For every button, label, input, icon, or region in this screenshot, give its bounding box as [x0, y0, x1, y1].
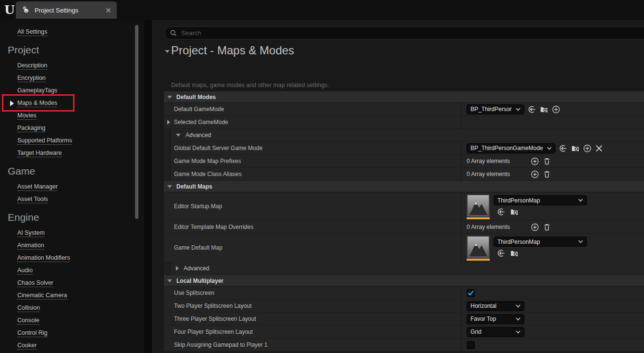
row-label: Game Mode Map Prefixes: [174, 158, 241, 164]
two-player-layout-dropdown[interactable]: Horizontal: [467, 301, 524, 311]
advanced-subsection-collapsed[interactable]: Advanced: [164, 262, 644, 275]
section-title: Default Modes: [176, 94, 216, 101]
sidebar-item-control-rig[interactable]: Control Rig: [17, 329, 48, 337]
section-default-modes[interactable]: Default Modes: [164, 91, 644, 103]
sidebar-item-animation[interactable]: Animation: [17, 242, 44, 250]
row-editor-startup-map: Editor Startup Map: [164, 192, 644, 221]
row-label: Three Player Splitscreen Layout: [174, 315, 256, 322]
chevron-down-icon: [547, 147, 552, 150]
expand-arrow-icon[interactable]: [167, 120, 170, 125]
skip-gamepad-checkbox[interactable]: [467, 341, 475, 349]
sidebar-item-description[interactable]: Description: [17, 62, 48, 70]
row-label: Global Default Server Game Mode: [174, 145, 262, 151]
add-array-element-icon[interactable]: [531, 223, 539, 231]
sidebar-item-supported-platforms[interactable]: Supported Platforms: [17, 137, 72, 145]
settings-sections: Default Modes Default GameMode BP_ThirdP…: [164, 91, 644, 352]
global-server-gamemode-dropdown[interactable]: BP_ThirdPersonGameMode: [467, 143, 556, 153]
checkmark-icon: [468, 290, 474, 296]
section-default-maps[interactable]: Default Maps: [164, 181, 644, 192]
row-editor-template-map-overrides: Editor Template Map Overrides 0 Array el…: [164, 221, 644, 234]
project-settings-tab[interactable]: Project Settings: [16, 1, 117, 19]
level-asset-color-bar: [467, 259, 490, 261]
chevron-down-icon: [578, 199, 583, 202]
section-collapse-icon: [167, 279, 172, 282]
section-collapse-icon: [167, 96, 172, 99]
sidebar-scrollbar[interactable]: [135, 25, 138, 219]
sidebar-item-audio[interactable]: Audio: [17, 267, 33, 275]
section-title: Default Maps: [176, 183, 212, 190]
map-asset-thumbnail[interactable]: [467, 194, 490, 219]
unreal-project-settings-window: U Project Settings All Settings: [0, 0, 644, 353]
row-use-splitscreen: Use Splitscreen: [164, 287, 644, 300]
section-local-multiplayer[interactable]: Local Multiplayer: [164, 275, 644, 287]
sidebar-item-packaging[interactable]: Packaging: [17, 125, 45, 132]
use-selected-asset-icon[interactable]: [528, 105, 536, 113]
use-selected-asset-icon[interactable]: [559, 144, 568, 152]
sidebar-item-gameplaytags[interactable]: GameplayTags: [17, 87, 57, 95]
sidebar-item-animation-modifiers[interactable]: Animation Modifiers: [17, 254, 70, 262]
add-array-element-icon[interactable]: [531, 170, 539, 178]
sidebar-item-console[interactable]: Console: [17, 317, 39, 325]
clear-array-icon[interactable]: [543, 223, 551, 231]
use-selected-asset-icon[interactable]: [497, 249, 506, 257]
clear-array-icon[interactable]: [543, 157, 551, 165]
row-game-mode-map-prefixes: Game Mode Map Prefixes 0 Array elements: [164, 155, 644, 168]
chevron-down-icon: [516, 108, 520, 111]
clear-array-icon[interactable]: [543, 170, 551, 178]
browse-to-asset-icon[interactable]: [510, 249, 519, 257]
advanced-subsection[interactable]: Advanced: [164, 129, 644, 142]
page-subtitle: Default maps, game modes and other map r…: [171, 82, 329, 88]
sidebar-item-ai-system[interactable]: AI System: [17, 229, 45, 237]
browse-to-asset-icon[interactable]: [571, 144, 580, 152]
page-collapse-icon[interactable]: [165, 50, 170, 53]
chevron-down-icon: [516, 304, 520, 308]
chevron-down-icon: [578, 240, 583, 243]
window-tab-bar: U Project Settings: [0, 0, 644, 20]
game-default-map-dropdown[interactable]: ThirdPersonMap: [494, 237, 587, 247]
sidebar-item-maps-and-modes[interactable]: Maps & Modes: [17, 100, 57, 107]
page-title: Project - Maps & Modes: [171, 44, 294, 57]
row-skip-assigning-gamepad: Skip Assigning Gamepad to Player 1: [164, 339, 644, 352]
row-label: Two Player Splitscreen Layout: [174, 303, 251, 309]
sidebar-item-asset-manager[interactable]: Asset Manager: [17, 183, 58, 191]
search-bar[interactable]: [164, 26, 644, 39]
use-splitscreen-checkbox[interactable]: [467, 289, 475, 297]
browse-to-asset-icon[interactable]: [540, 105, 548, 113]
four-player-layout-dropdown[interactable]: Grid: [467, 327, 524, 337]
sidebar-item-chaos-solver[interactable]: Chaos Solver: [17, 279, 53, 287]
sidebar-item-cooker[interactable]: Cooker: [17, 342, 37, 350]
browse-to-asset-icon[interactable]: [510, 207, 519, 216]
default-gamemode-dropdown[interactable]: BP_ThirdPersonGameMode: [467, 104, 524, 114]
sidebar-main-divider: [144, 20, 152, 353]
clear-value-icon[interactable]: [595, 144, 604, 152]
sidebar-item-all-settings[interactable]: All Settings: [17, 28, 48, 36]
search-icon: [169, 29, 178, 38]
sidebar-section-project: Project: [0, 38, 144, 60]
sidebar-section-engine: Engine: [0, 206, 144, 227]
map-asset-thumbnail[interactable]: [467, 236, 490, 261]
expand-icon: [176, 266, 179, 271]
sidebar-item-movies[interactable]: Movies: [17, 112, 37, 120]
settings-sidebar: All Settings Project Description Encrypt…: [0, 20, 144, 353]
use-selected-asset-icon[interactable]: [497, 207, 506, 216]
sidebar-item-target-hardware[interactable]: Target Hardware: [17, 150, 62, 157]
search-input[interactable]: [181, 29, 644, 37]
sidebar-item-asset-tools[interactable]: Asset Tools: [17, 196, 48, 203]
add-new-asset-icon[interactable]: [552, 105, 560, 113]
sidebar-item-encryption[interactable]: Encryption: [17, 75, 46, 82]
selected-item-arrow-icon: [10, 101, 14, 106]
row-label: Use Splitscreen: [174, 290, 214, 296]
row-label: Four Player Splitscreen Layout: [174, 328, 253, 335]
sidebar-item-maps-modes-row[interactable]: Maps & Modes: [0, 97, 144, 110]
editor-startup-map-dropdown[interactable]: ThirdPersonMap: [494, 195, 587, 205]
add-new-asset-icon[interactable]: [583, 144, 592, 152]
tab-close-icon[interactable]: [104, 6, 112, 14]
array-elements-count: 0 Array elements: [467, 224, 527, 230]
sidebar-item-cinematic-camera[interactable]: Cinematic Camera: [17, 292, 67, 300]
sidebar-item-collision[interactable]: Collision: [17, 304, 40, 312]
page-header: Project - Maps & Modes Default maps, gam…: [152, 41, 644, 91]
section-title: Local Multiplayer: [176, 277, 223, 284]
row-label: Editor Template Map Overrides: [174, 224, 253, 230]
add-array-element-icon[interactable]: [531, 157, 539, 165]
three-player-layout-dropdown[interactable]: Favor Top: [467, 314, 524, 324]
